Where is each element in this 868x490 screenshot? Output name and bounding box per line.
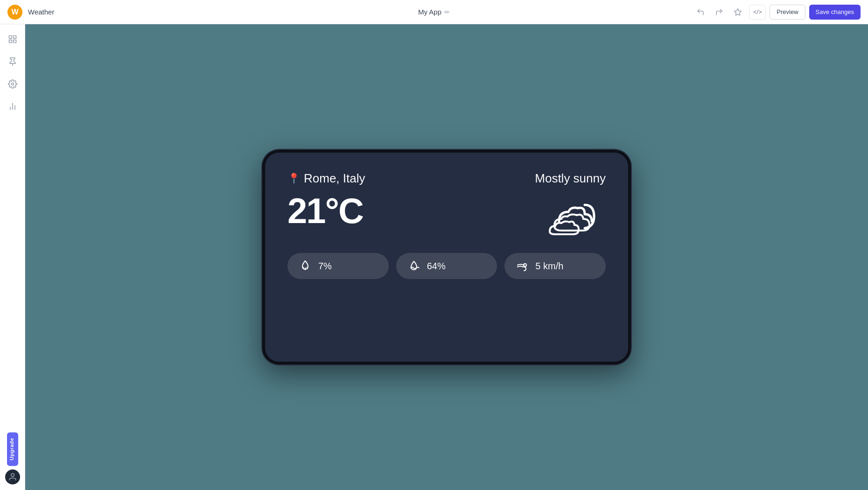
app-logo: W <box>7 5 22 20</box>
rain-stat: 7% <box>287 253 389 279</box>
wind-stat: 5 km/h <box>504 253 606 279</box>
location-icon: 📍 <box>287 173 300 185</box>
code-view-button[interactable]: </> <box>749 5 766 20</box>
location-text: Rome, Italy <box>304 171 365 186</box>
edit-title-icon[interactable]: ✏ <box>444 8 450 16</box>
weather-right: Mostly sunny <box>535 171 606 240</box>
upgrade-button[interactable]: Upgrade <box>7 432 18 466</box>
weather-stats: 7% 64% <box>287 253 606 279</box>
logo-letter: W <box>11 8 18 16</box>
sidebar: Upgrade <box>0 24 25 490</box>
rain-icon <box>299 259 312 273</box>
component-button[interactable] <box>730 5 745 20</box>
svg-rect-3 <box>9 40 12 43</box>
svg-point-11 <box>524 264 526 266</box>
weather-condition-icon <box>540 193 606 240</box>
svg-point-6 <box>11 83 14 85</box>
svg-marker-0 <box>735 8 742 15</box>
humidity-icon <box>407 259 420 273</box>
rain-value: 7% <box>318 261 332 272</box>
app-name: Weather <box>28 8 54 16</box>
wind-icon <box>516 259 529 273</box>
humidity-stat: 64% <box>396 253 497 279</box>
canvas-area: 📍 Rome, Italy 21°C Mostly sunny <box>25 24 868 490</box>
topbar-actions: </> Preview Save changes <box>693 5 861 20</box>
weather-left: 📍 Rome, Italy 21°C <box>287 171 365 229</box>
document-title: My App <box>418 8 441 16</box>
redo-button[interactable] <box>712 5 727 20</box>
sidebar-item-analytics[interactable] <box>3 97 22 116</box>
sidebar-item-settings[interactable] <box>3 75 22 93</box>
main-layout: Upgrade 📍 Rome, Italy <box>0 24 868 490</box>
svg-rect-1 <box>9 36 12 39</box>
wind-value: 5 km/h <box>535 261 563 272</box>
sidebar-bottom: Upgrade <box>5 432 20 484</box>
weather-condition: Mostly sunny <box>535 171 606 186</box>
svg-rect-2 <box>13 36 16 39</box>
sidebar-item-pin[interactable] <box>3 52 22 71</box>
sidebar-item-grid[interactable] <box>3 30 22 49</box>
preview-button[interactable]: Preview <box>770 5 805 20</box>
temperature-display: 21°C <box>287 193 365 229</box>
topbar-center: My App ✏ <box>418 8 450 16</box>
svg-rect-4 <box>13 40 16 43</box>
topbar: W Weather My App ✏ </> Preview <box>0 0 868 24</box>
weather-icon-area <box>540 193 606 240</box>
weather-card: 📍 Rome, Italy 21°C Mostly sunny <box>265 153 628 362</box>
device-frame: 📍 Rome, Italy 21°C Mostly sunny <box>262 150 631 364</box>
humidity-value: 64% <box>427 261 446 272</box>
user-avatar[interactable] <box>5 469 20 484</box>
save-changes-button[interactable]: Save changes <box>809 5 861 20</box>
svg-point-10 <box>11 474 14 477</box>
weather-top: 📍 Rome, Italy 21°C Mostly sunny <box>287 171 606 240</box>
weather-location: 📍 Rome, Italy <box>287 171 365 186</box>
undo-button[interactable] <box>693 5 708 20</box>
